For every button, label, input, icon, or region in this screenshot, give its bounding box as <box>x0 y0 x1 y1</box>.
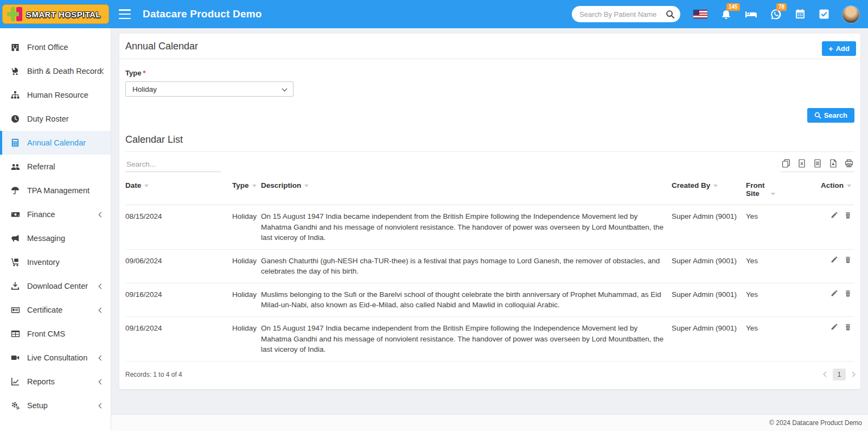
sidebar-item-label: Setup <box>27 401 99 410</box>
cell-front-site: Yes <box>746 249 818 283</box>
sort-caret-icon <box>847 185 851 187</box>
main-content: Annual Calendar +Add Type* Holiday Searc… <box>111 28 868 414</box>
excel-icon[interactable]: X <box>797 159 806 168</box>
copy-icon[interactable] <box>782 159 790 168</box>
notifications-button[interactable]: 145 <box>720 9 732 20</box>
copyright-text: © 2024 Datacare Product Demo <box>769 419 862 427</box>
sidebar-item-messaging[interactable]: Messaging <box>0 226 111 250</box>
sidebar-item-inventory[interactable]: Inventory <box>0 250 111 274</box>
logo[interactable]: SMART HOSPITAL <box>0 4 111 24</box>
edit-button[interactable] <box>831 290 838 297</box>
column-header-created-by[interactable]: Created By <box>672 179 746 205</box>
calendar-button[interactable] <box>795 9 806 20</box>
column-header-date[interactable]: Date <box>125 179 232 205</box>
sidebar-item-label: Referral <box>27 162 103 171</box>
type-select[interactable]: Holiday <box>125 81 293 97</box>
sidebar-item-duty-roster[interactable]: Duty Roster <box>0 107 111 131</box>
delete-button[interactable] <box>845 290 851 297</box>
edit-button[interactable] <box>831 212 838 219</box>
edit-button[interactable] <box>831 256 838 263</box>
sidebar-item-annual-calendar[interactable]: Annual Calendar <box>0 131 111 155</box>
sidebar-item-front-cms[interactable]: Front CMS <box>0 322 111 346</box>
sidebar-item-reports[interactable]: Reports <box>0 370 111 394</box>
whatsapp-button[interactable]: 78 <box>770 9 782 20</box>
table-footer: Records: 1 to 4 of 4 1 <box>125 362 854 381</box>
add-button[interactable]: +Add <box>822 41 856 56</box>
sidebar-item-referral[interactable]: Referral <box>0 155 111 179</box>
delete-button[interactable] <box>845 324 851 331</box>
pagination-next-icon[interactable] <box>850 372 856 377</box>
sidebar-item-setup[interactable]: Setup <box>0 394 111 417</box>
sidebar-item-birth-death-record[interactable]: Birth & Death Record <box>0 59 111 83</box>
delete-button[interactable] <box>845 256 851 263</box>
notifications-badge: 145 <box>726 3 740 11</box>
chart-line-icon <box>10 377 21 386</box>
search-button[interactable]: Search <box>807 108 854 123</box>
chevron-left-icon <box>99 212 104 217</box>
cell-date: 09/16/2024 <box>125 283 232 316</box>
cell-created-by: Super Admin (9001) <box>672 283 746 316</box>
clock-icon <box>10 115 21 123</box>
calendar-table: Date Type Description Created By Front S… <box>125 179 854 362</box>
sidebar-item-download-center[interactable]: Download Center <box>0 274 111 298</box>
patient-search-input[interactable] <box>579 10 666 18</box>
cell-description: On 15 August 1947 India became independe… <box>261 205 672 250</box>
print-icon[interactable] <box>845 159 853 168</box>
building-icon <box>10 43 21 52</box>
hamburger-icon[interactable] <box>119 9 131 19</box>
pdf-file-icon[interactable] <box>829 159 838 168</box>
sidebar-item-certificate[interactable]: Certificate <box>0 298 111 322</box>
cell-created-by: Super Admin (9001) <box>672 316 746 361</box>
sidebar: Front Office Birth & Death Record Human … <box>0 28 111 431</box>
type-label: Type* <box>125 69 854 77</box>
column-header-type[interactable]: Type <box>232 179 261 205</box>
browser-icon <box>10 329 21 338</box>
user-avatar[interactable] <box>843 6 859 23</box>
sidebar-item-label: Front CMS <box>27 329 103 338</box>
download-icon <box>10 282 21 290</box>
pagination-prev-icon[interactable] <box>824 372 829 377</box>
csv-file-icon[interactable] <box>813 159 822 168</box>
sort-caret-icon <box>771 193 775 195</box>
sidebar-item-label: Inventory <box>27 258 103 267</box>
export-buttons: X <box>781 159 854 172</box>
chevron-left-icon <box>99 283 104 289</box>
cell-description: Muslims belonging to the Sufi or the Bar… <box>261 283 672 316</box>
sidebar-item-label: Certificate <box>27 306 99 314</box>
list-title: Calendar List <box>125 134 854 152</box>
bed-icon <box>745 9 757 20</box>
sidebar-item-label: Finance <box>27 210 99 219</box>
sidebar-item-tpa-management[interactable]: TPA Management <box>0 179 111 202</box>
column-header-action[interactable]: Action <box>818 179 854 205</box>
cell-created-by: Super Admin (9001) <box>672 249 746 283</box>
cell-date: 09/16/2024 <box>125 316 232 361</box>
card-header: Annual Calendar <box>119 34 860 59</box>
delete-button[interactable] <box>845 212 851 219</box>
users-icon <box>10 162 21 171</box>
search-icon[interactable] <box>666 10 675 19</box>
sidebar-item-live-consultation[interactable]: Live Consultation <box>0 346 111 370</box>
chevron-left-icon <box>99 307 104 313</box>
column-header-front-site[interactable]: Front Site <box>746 179 818 205</box>
table-search-input[interactable] <box>125 159 221 172</box>
whatsapp-badge: 78 <box>776 3 787 11</box>
sidebar-item-finance[interactable]: Finance <box>0 202 111 226</box>
sidebar-item-front-office[interactable]: Front Office <box>0 35 111 59</box>
beds-button[interactable] <box>745 9 757 20</box>
type-select-value: Holiday <box>132 85 157 93</box>
sidebar-item-label: Front Office <box>27 43 103 52</box>
sidebar-item-label: TPA Management <box>27 186 103 195</box>
tasks-button[interactable] <box>819 9 829 20</box>
sidebar-item-label: Annual Calendar <box>27 138 103 147</box>
search-icon <box>814 112 821 119</box>
column-header-description[interactable]: Description <box>261 179 672 205</box>
sidebar-item-human-resource[interactable]: Human Resource <box>0 83 111 107</box>
plus-icon: + <box>828 45 833 53</box>
pagination-page-1[interactable]: 1 <box>833 369 846 381</box>
chevron-left-icon <box>101 68 106 74</box>
pagination: 1 <box>824 369 854 381</box>
language-flag-icon[interactable] <box>693 10 707 18</box>
sort-caret-icon <box>304 185 309 187</box>
bullhorn-icon <box>10 234 21 243</box>
edit-button[interactable] <box>831 324 838 331</box>
